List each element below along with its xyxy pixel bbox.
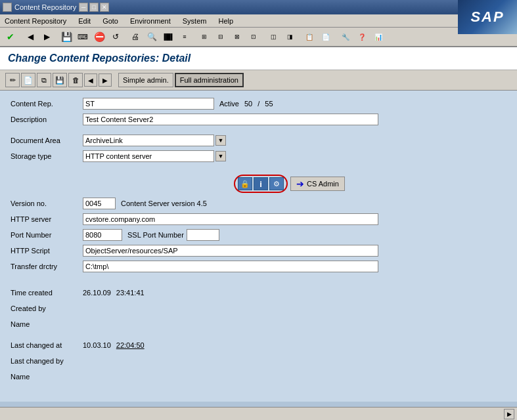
edit-icon-button[interactable]: ✏ xyxy=(5,73,20,87)
name2-row: Name xyxy=(11,370,506,383)
stop-button[interactable]: ⛔ xyxy=(91,30,107,44)
find-button[interactable]: 🔍 xyxy=(144,30,160,44)
http-server-input[interactable] xyxy=(83,213,378,225)
toolbar-btn-12[interactable]: ❓ xyxy=(354,30,370,44)
new-icon-button[interactable]: 📄 xyxy=(21,73,35,87)
ssl-port-input[interactable] xyxy=(187,229,219,241)
cs-admin-button[interactable]: ➔ CS Admin xyxy=(290,177,345,191)
content-rep-row: Content Rep. Active 50 / 55 xyxy=(11,97,506,110)
minimize-button[interactable]: ─ xyxy=(79,3,88,12)
time-created-label: Time created xyxy=(11,289,83,297)
description-row: Description xyxy=(11,113,506,126)
page-title: Change Content Repositories: Detail xyxy=(8,52,509,64)
http-script-label: HTTP Script xyxy=(11,247,83,255)
toolbar: ✔ ◀ ▶ 💾 ⌨ ⛔ ↺ 🖨 🔍 ▐█▌ ≡ ⊞ ⊟ ⊠ ⊡ ◫ ◨ 📋 📄 … xyxy=(0,28,517,47)
shortcut-button[interactable]: ⌨ xyxy=(75,30,91,44)
toolbar-btn-8[interactable]: ◨ xyxy=(282,30,298,44)
scroll-right-button[interactable]: ▶ xyxy=(504,409,514,419)
last-changed-label: Last changed at xyxy=(11,341,83,349)
toolbar-btn-4[interactable]: ⊟ xyxy=(213,30,229,44)
content-rep-label: Content Rep. xyxy=(11,100,83,108)
lock-icon-button[interactable]: 🔒 xyxy=(238,177,252,190)
copy-icon-button[interactable]: ⧉ xyxy=(37,73,51,87)
last-changed-date: 10.03.10 xyxy=(83,341,111,349)
next-button[interactable]: ▶ xyxy=(99,74,112,87)
app-icon xyxy=(3,3,12,12)
http-server-label: HTTP server xyxy=(11,215,83,223)
sap-logo-area: SAP xyxy=(458,0,517,34)
version-text: Content Server version 4.5 xyxy=(121,200,207,207)
last-changed-by-row: Last changed by xyxy=(11,354,506,368)
toolbar-btn-7[interactable]: ◫ xyxy=(265,30,281,44)
action-toolbar: ✏ 📄 ⧉ 💾 🗑 ◀ ▶ Simple admin. Full adminis… xyxy=(0,70,517,91)
toolbar-btn-3[interactable]: ⊞ xyxy=(196,30,212,44)
port-number-label: Port Number xyxy=(11,231,83,239)
prev-button[interactable]: ◀ xyxy=(84,74,97,87)
toolbar-btn-2[interactable]: ≡ xyxy=(177,30,192,44)
document-area-dropdown-icon[interactable]: ▼ xyxy=(215,135,226,146)
document-area-label: Document Area xyxy=(11,136,83,144)
menu-system[interactable]: System xyxy=(181,16,209,26)
transfer-drctry-input[interactable] xyxy=(83,261,378,272)
description-label: Description xyxy=(11,116,83,123)
delete-icon-button[interactable]: 🗑 xyxy=(68,73,83,87)
last-changed-time: 22:04:50 xyxy=(116,341,145,349)
title-bar: Content Repository ─ □ ✕ SAP xyxy=(0,0,517,14)
document-area-input[interactable] xyxy=(83,135,214,146)
simple-admin-button[interactable]: Simple admin. xyxy=(118,73,173,87)
back-button[interactable]: ◀ xyxy=(22,30,38,44)
toolbar-btn-6[interactable]: ⊡ xyxy=(246,30,261,44)
http-script-input[interactable] xyxy=(83,245,378,257)
counter-value: 50 xyxy=(244,100,252,108)
created-by-row: Created by xyxy=(11,302,506,315)
toolbar-btn-5[interactable]: ⊠ xyxy=(229,30,245,44)
info-icon-button[interactable]: i xyxy=(254,177,268,190)
counter-sep: / xyxy=(258,100,259,108)
storage-type-dropdown-icon[interactable]: ▼ xyxy=(215,151,226,161)
version-input[interactable] xyxy=(83,198,116,209)
save-icon-button[interactable]: 💾 xyxy=(53,73,67,87)
toolbar-btn-1[interactable]: ▐█▌ xyxy=(160,30,176,44)
ssl-port-label: SSL Port Number xyxy=(127,231,184,239)
menu-content-repository[interactable]: Content Repository xyxy=(3,16,68,26)
time-created-date: 26.10.09 xyxy=(83,289,111,297)
cs-admin-arrow-icon: ➔ xyxy=(296,178,304,189)
transfer-drctry-label: Transfer drctry xyxy=(11,262,83,270)
check-button[interactable]: ✔ xyxy=(3,30,18,44)
toolbar-btn-11[interactable]: 🔧 xyxy=(338,30,353,44)
last-changed-by-label: Last changed by xyxy=(11,357,83,365)
menu-edit[interactable]: Edit xyxy=(76,16,93,26)
menu-help[interactable]: Help xyxy=(216,16,235,26)
name1-row: Name xyxy=(11,318,506,331)
toolbar-btn-10[interactable]: 📄 xyxy=(318,30,334,44)
version-label: Version no. xyxy=(11,200,83,207)
name2-label: Name xyxy=(11,373,83,381)
full-admin-button[interactable]: Full administration xyxy=(175,73,244,87)
save-button[interactable]: 💾 xyxy=(58,30,74,44)
content-rep-input[interactable] xyxy=(83,98,214,110)
description-input[interactable] xyxy=(83,114,378,125)
storage-type-label: Storage type xyxy=(11,152,83,160)
print-button[interactable]: 🖨 xyxy=(127,30,143,44)
maximize-button[interactable]: □ xyxy=(89,3,99,12)
button-cluster: 🔒 i ⚙ ➔ CS Admin xyxy=(234,175,506,193)
forward-button[interactable]: ▶ xyxy=(39,30,55,44)
name1-label: Name xyxy=(11,320,83,328)
refresh-button[interactable]: ↺ xyxy=(108,30,124,44)
oval-button-group: 🔒 i ⚙ xyxy=(234,175,288,193)
created-by-label: Created by xyxy=(11,304,83,312)
storage-type-input[interactable] xyxy=(83,150,214,162)
title-text: Content Repository xyxy=(14,3,76,11)
version-row: Version no. Content Server version 4.5 xyxy=(11,197,506,210)
sap-logo: SAP xyxy=(470,9,504,26)
menu-environment[interactable]: Environment xyxy=(128,16,173,26)
toolbar-btn-9[interactable]: 📋 xyxy=(302,30,317,44)
settings-icon-button[interactable]: ⚙ xyxy=(269,177,284,190)
port-number-input[interactable] xyxy=(83,229,122,241)
port-number-row: Port Number SSL Port Number xyxy=(11,228,506,242)
window-controls[interactable]: ─ □ ✕ xyxy=(79,3,109,12)
menu-goto[interactable]: Goto xyxy=(101,16,120,26)
close-button[interactable]: ✕ xyxy=(100,3,109,12)
toolbar-btn-13[interactable]: 📊 xyxy=(371,30,386,44)
status-label: Active xyxy=(219,100,239,108)
